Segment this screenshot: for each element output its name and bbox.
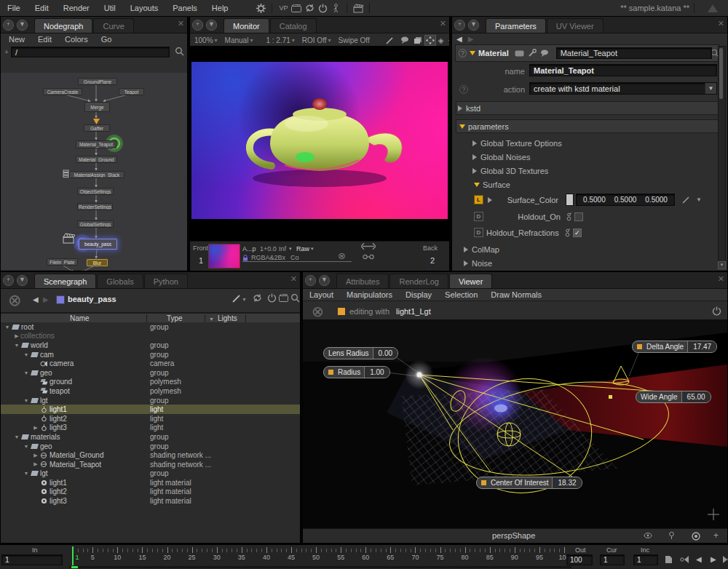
menu-draw-normals[interactable]: Draw Normals	[484, 290, 548, 299]
menu-new[interactable]: New	[2, 35, 31, 44]
help-icon[interactable]: ?	[459, 85, 468, 94]
node-teapot[interactable]: Teapot	[119, 88, 144, 95]
next-keyframe-icon[interactable]	[722, 555, 728, 564]
vp-icon[interactable]: VP	[277, 2, 290, 14]
tree-expander-icon[interactable]: ▼	[23, 370, 30, 375]
tree-row-camera[interactable]: cameracamera	[1, 359, 300, 368]
clapper-icon[interactable]	[352, 2, 365, 14]
expander-open-icon[interactable]	[470, 51, 475, 55]
node-gaffer[interactable]: Gaffer	[84, 124, 110, 132]
tree-expander-icon[interactable]: ▶	[32, 461, 39, 467]
tab-monitor[interactable]: Monitor	[223, 18, 269, 33]
pane-menu-icon[interactable]: ▼	[319, 275, 330, 286]
nodegraph-canvas[interactable]: GroundPlaneCameraCreateTeapotMergeGaffer…	[1, 73, 187, 270]
node-name-input[interactable]: Material_Teapot	[556, 47, 712, 59]
range-strip[interactable]	[69, 566, 571, 568]
tree-row-light3[interactable]: ▶light3light	[1, 423, 300, 433]
pane-add-icon[interactable]: +	[3, 275, 14, 286]
group-global-noises[interactable]: Global Noises	[471, 153, 530, 162]
menu-edit[interactable]: Edit	[31, 35, 58, 44]
gear-icon[interactable]	[254, 2, 267, 14]
search-icon[interactable]	[175, 47, 184, 56]
radius-readout[interactable]: Radius 1.00	[323, 366, 390, 378]
tree-row-lgt[interactable]: ▼lgtgroup	[1, 396, 300, 405]
history-forward-icon[interactable]: ▶	[468, 35, 474, 43]
editing-target-label[interactable]: light1_Lgt	[396, 307, 431, 316]
plus-icon[interactable]: +	[713, 530, 719, 541]
keyframe-toggle-icon[interactable]	[565, 228, 571, 237]
swipe-toggle[interactable]: Swipe Off	[334, 36, 374, 44]
channels-icon[interactable]: ◈	[436, 36, 446, 44]
color-swatch[interactable]	[566, 194, 574, 206]
pen-icon[interactable]	[232, 294, 241, 303]
tree-row-materials[interactable]: ▼materialsgroup	[1, 432, 300, 442]
annotate-pen-icon[interactable]	[381, 36, 398, 44]
menu-layouts[interactable]: Layouts	[123, 4, 166, 12]
tab-scenegraph[interactable]: Scenegraph	[34, 274, 96, 288]
swap-buffers-icon[interactable]	[361, 243, 376, 250]
front-color-select[interactable]: Co	[290, 254, 299, 261]
aperture-icon[interactable]	[692, 532, 700, 541]
prev-frame-icon[interactable]: ◀	[696, 555, 702, 563]
tree-expander-icon[interactable]: ▶	[32, 425, 39, 431]
increment-input[interactable]: 1	[633, 554, 658, 565]
playhead[interactable]	[72, 546, 74, 565]
badge-icon[interactable]	[515, 50, 524, 57]
front-clear-icon[interactable]: ⊗	[338, 250, 346, 261]
tree-row-geo[interactable]: ▼geogroup	[1, 442, 300, 451]
name-field-input[interactable]: Material_Teapot	[529, 64, 717, 76]
node-groundplane[interactable]: GroundPlane	[78, 78, 117, 85]
update-mode-select[interactable]: Manual	[221, 36, 253, 44]
tree-row-light2[interactable]: light2light	[1, 414, 300, 423]
lens-radius-readout[interactable]: Lens Radius 0.00	[323, 347, 398, 359]
scroll-down-icon[interactable]: ▼	[718, 261, 726, 269]
next-frame-icon[interactable]: ▶	[711, 555, 716, 563]
node-objectsettings[interactable]: ObjectSettings	[77, 188, 114, 195]
pane-menu-icon[interactable]: ▼	[17, 20, 28, 31]
kstd-group-header[interactable]: kstd	[456, 101, 719, 115]
front-channels[interactable]: RGBA&2Bx	[251, 254, 285, 261]
layers-icon[interactable]	[411, 36, 424, 44]
chevron-down-icon[interactable]: ▼	[696, 196, 702, 203]
viewer-viewport[interactable]: Lens Radius 0.00 Radius 1.00 Delta Angle…	[303, 319, 727, 528]
wrench-icon[interactable]	[528, 49, 537, 57]
working-node-label[interactable]: beauty_pass	[68, 295, 116, 303]
power-icon[interactable]	[712, 306, 721, 316]
frame-ruler[interactable]: 5101520253035404550556065707580859095100…	[69, 546, 571, 565]
pixel-probe-icon[interactable]: ✛	[446, 36, 450, 44]
pane-add-icon[interactable]: +	[305, 275, 316, 286]
group-global-texture-options[interactable]: Global Texture Options	[471, 139, 562, 148]
roi-select[interactable]: ROI Off	[298, 36, 331, 44]
chevron-down-icon[interactable]: ▼	[242, 297, 247, 302]
lock-icon[interactable]	[242, 255, 248, 261]
power-icon[interactable]	[267, 293, 277, 303]
tab-parameters[interactable]: Parameters	[486, 18, 546, 33]
current-frame-input[interactable]: 1	[600, 554, 625, 565]
in-frame-input[interactable]: 1	[1, 554, 63, 565]
clear-selection-icon[interactable]: ⊗	[312, 303, 324, 320]
render-icon[interactable]	[279, 294, 288, 302]
tree-expander-icon[interactable]: ▼	[23, 352, 30, 357]
menu-go[interactable]: Go	[95, 35, 119, 44]
front-thumbnail[interactable]	[208, 244, 240, 268]
node-materialassign_stack[interactable]: MaterialAssign_Stack	[69, 171, 124, 178]
menu-file[interactable]: File	[0, 4, 28, 12]
menu-display[interactable]: Display	[399, 290, 438, 299]
monitor-viewport[interactable]	[190, 46, 449, 241]
comment-icon[interactable]	[398, 36, 411, 44]
group-colmap[interactable]: ColMap	[462, 245, 499, 254]
profile-icon[interactable]	[329, 2, 342, 14]
warning-icon[interactable]	[708, 4, 718, 12]
group-global-3d-textures[interactable]: Global 3D Textures	[471, 167, 548, 175]
sync-icon[interactable]	[253, 293, 262, 303]
tree-row-teapot[interactable]: teapotpolymesh	[1, 386, 300, 396]
tab-python[interactable]: Python	[144, 274, 188, 288]
tree-expander-icon[interactable]: ▼	[23, 444, 30, 449]
action-dropdown[interactable]: create with kstd material ▼	[529, 82, 717, 95]
tab-renderlog[interactable]: RenderLog	[389, 274, 448, 288]
tree-expander-icon[interactable]: ▶	[13, 333, 20, 339]
clear-selection-icon[interactable]: ⊗	[8, 291, 21, 310]
node-material_ground[interactable]: Material_Ground	[76, 156, 117, 163]
front-exposure[interactable]: 1+0.0	[260, 245, 277, 252]
history-forward-icon[interactable]: ▶	[43, 295, 49, 303]
